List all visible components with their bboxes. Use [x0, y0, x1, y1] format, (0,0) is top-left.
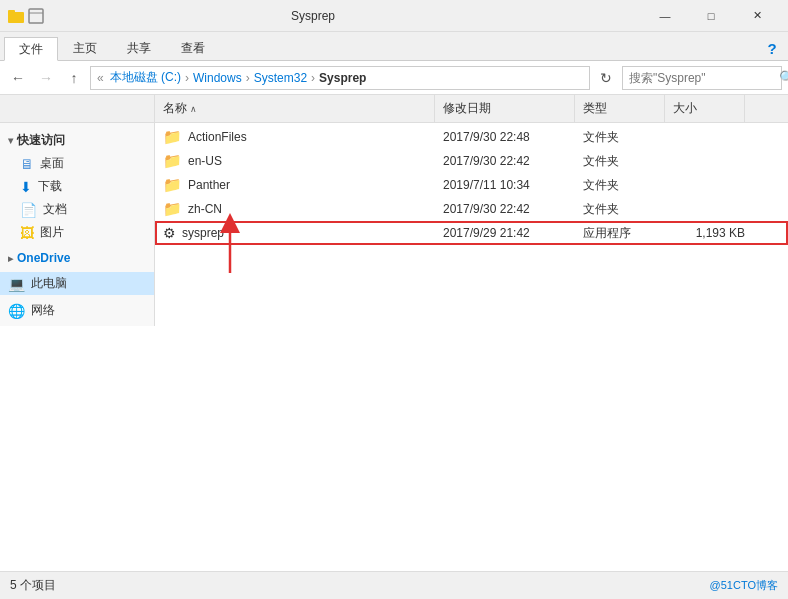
sidebar-section-quickaccess: ▾ 快速访问 🖥 桌面 📌 ⬇ 下载 📌 📄 — [0, 129, 154, 244]
table-row[interactable]: 📁 Panther 2019/7/11 10:34 文件夹 — [155, 173, 788, 197]
window-controls: — □ ✕ — [642, 0, 780, 32]
address-bar-area: ← → ↑ « 本地磁盘 (C:) › Windows › System32 ›… — [0, 61, 788, 95]
search-box[interactable]: 🔍 — [622, 66, 782, 90]
breadcrumb-sysprep: Sysprep — [319, 71, 366, 85]
table-row[interactable]: 📁 en-US 2017/9/30 22:42 文件夹 — [155, 149, 788, 173]
file-date: 2019/7/11 10:34 — [443, 178, 583, 192]
search-input[interactable] — [629, 71, 779, 85]
table-row[interactable]: 📁 ActionFiles 2017/9/30 22:48 文件夹 — [155, 125, 788, 149]
back-button[interactable]: ← — [6, 66, 30, 90]
expand-icon: « — [97, 71, 104, 85]
sidebar-section-thispc: 💻 此电脑 — [0, 272, 154, 295]
watermark: @51CTO博客 — [710, 578, 778, 593]
file-type: 应用程序 — [583, 225, 673, 242]
file-date: 2017/9/30 22:48 — [443, 130, 583, 144]
sidebar: ▾ 快速访问 🖥 桌面 📌 ⬇ 下载 📌 📄 — [0, 123, 155, 326]
refresh-button[interactable]: ↻ — [594, 66, 618, 90]
file-name: 📁 Panther — [163, 176, 443, 194]
network-icon: 🌐 — [8, 303, 25, 319]
folder-icon: 📁 — [163, 200, 182, 218]
item-count: 5 个项目 — [10, 577, 56, 594]
sidebar-item-network[interactable]: 🌐 网络 — [0, 299, 154, 322]
tab-file[interactable]: 文件 — [4, 37, 58, 61]
forward-button[interactable]: → — [34, 66, 58, 90]
sidebar-section-onedrive: ▸ OneDrive — [0, 248, 154, 268]
table-row[interactable]: 📁 zh-CN 2017/9/30 22:42 文件夹 — [155, 197, 788, 221]
status-bar: 5 个项目 @51CTO博客 — [0, 571, 788, 599]
col-header-date[interactable]: 修改日期 — [435, 95, 575, 122]
close-button[interactable]: ✕ — [734, 0, 780, 32]
ribbon: 文件 主页 共享 查看 ? — [0, 32, 788, 61]
main-content: ▾ 快速访问 🖥 桌面 📌 ⬇ 下载 📌 📄 — [0, 123, 788, 326]
sidebar-item-desktop[interactable]: 🖥 桌面 📌 — [0, 152, 154, 175]
breadcrumb-system32[interactable]: System32 — [254, 71, 307, 85]
ribbon-tabs: 文件 主页 共享 查看 ? — [0, 32, 788, 60]
column-headers: 名称 ∧ 修改日期 类型 大小 — [0, 95, 788, 123]
minimize-button[interactable]: — — [642, 0, 688, 32]
breadcrumb-c[interactable]: 本地磁盘 (C:) — [110, 69, 181, 86]
onedrive-chevron-icon: ▸ — [8, 253, 13, 264]
file-date: 2017/9/30 22:42 — [443, 154, 583, 168]
tab-home[interactable]: 主页 — [58, 36, 112, 60]
chevron-icon: ▾ — [8, 135, 13, 146]
file-name: 📁 ActionFiles — [163, 128, 443, 146]
file-type: 文件夹 — [583, 153, 673, 170]
downloads-icon: ⬇ — [20, 179, 32, 195]
help-button[interactable]: ? — [760, 36, 784, 60]
tab-share[interactable]: 共享 — [112, 36, 166, 60]
sidebar-onedrive-header[interactable]: ▸ OneDrive — [0, 248, 154, 268]
file-size: 1,193 KB — [673, 226, 753, 240]
documents-icon: 📄 — [20, 202, 37, 218]
app-icon: ⚙ — [163, 225, 176, 241]
file-type: 文件夹 — [583, 177, 673, 194]
sidebar-item-documents[interactable]: 📄 文档 📌 — [0, 198, 154, 221]
maximize-button[interactable]: □ — [688, 0, 734, 32]
folder-icon: 📁 — [163, 176, 182, 194]
up-button[interactable]: ↑ — [62, 66, 86, 90]
sort-arrow-icon: ∧ — [190, 104, 197, 114]
sidebar-section-network: 🌐 网络 — [0, 299, 154, 322]
breadcrumb-windows[interactable]: Windows — [193, 71, 242, 85]
sidebar-item-downloads[interactable]: ⬇ 下载 📌 — [0, 175, 154, 198]
col-header-type[interactable]: 类型 — [575, 95, 665, 122]
file-date: 2017/9/29 21:42 — [443, 226, 583, 240]
folder-icon: 📁 — [163, 152, 182, 170]
desktop-icon: 🖥 — [20, 156, 34, 172]
file-list: 📁 ActionFiles 2017/9/30 22:48 文件夹 📁 en-U… — [155, 123, 788, 326]
thispc-icon: 💻 — [8, 276, 25, 292]
sidebar-quickaccess-header[interactable]: ▾ 快速访问 — [0, 129, 154, 152]
table-row-sysprep[interactable]: ⚙ sysprep 2017/9/29 21:42 应用程序 1,193 KB — [155, 221, 788, 245]
folder-icon: 📁 — [163, 128, 182, 146]
col-header-size[interactable]: 大小 — [665, 95, 745, 122]
sidebar-item-pictures[interactable]: 🖼 图片 📌 — [0, 221, 154, 244]
search-icon: 🔍 — [779, 70, 788, 85]
file-name: 📁 en-US — [163, 152, 443, 170]
file-name: 📁 zh-CN — [163, 200, 443, 218]
breadcrumb: « 本地磁盘 (C:) › Windows › System32 › Syspr… — [97, 69, 366, 86]
file-date: 2017/9/30 22:42 — [443, 202, 583, 216]
address-path[interactable]: « 本地磁盘 (C:) › Windows › System32 › Syspr… — [90, 66, 590, 90]
pictures-icon: 🖼 — [20, 225, 34, 241]
file-name: ⚙ sysprep — [163, 225, 443, 241]
sidebar-item-thispc[interactable]: 💻 此电脑 — [0, 272, 154, 295]
file-type: 文件夹 — [583, 129, 673, 146]
file-type: 文件夹 — [583, 201, 673, 218]
col-header-name[interactable]: 名称 ∧ — [155, 95, 435, 122]
title-bar: Sysprep — □ ✕ — [0, 0, 788, 32]
window-title: Sysprep — [0, 9, 642, 23]
tab-view[interactable]: 查看 — [166, 36, 220, 60]
